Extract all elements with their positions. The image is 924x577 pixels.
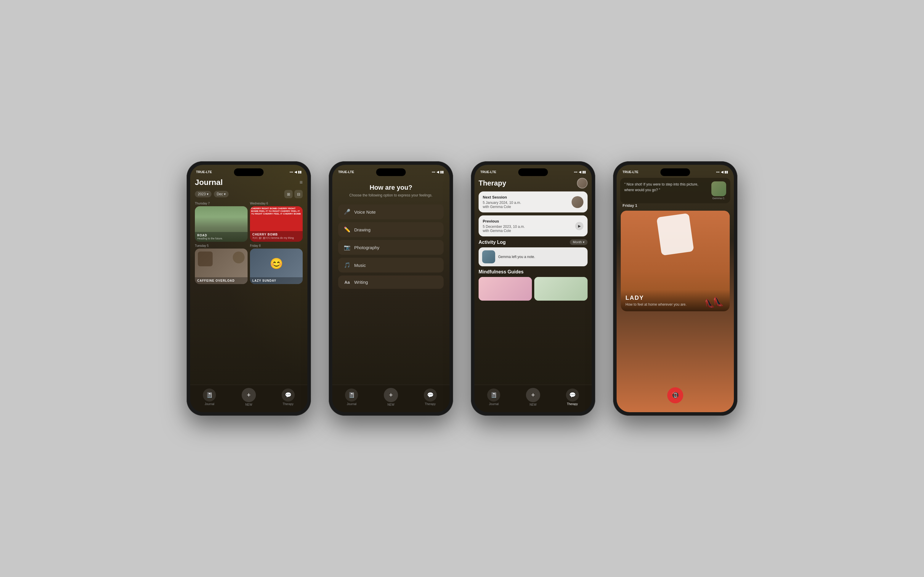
lady-image-overlay: LADY How to feel at home wherever you ar… bbox=[621, 290, 730, 311]
status-icons: ▪▪▪ ◀ ▮▮ bbox=[290, 170, 302, 174]
activity-card[interactable]: Gemma left you a note. bbox=[478, 247, 588, 266]
entry-date: Friday 1 bbox=[622, 203, 637, 208]
nav-new-3[interactable]: + NEW bbox=[526, 388, 540, 406]
battery-icon-4: ▮▮ bbox=[724, 170, 728, 174]
mindfulness-guides bbox=[478, 277, 588, 301]
road-sublabel: Heading to the future. bbox=[197, 237, 245, 240]
mindfulness-guide-2[interactable] bbox=[534, 277, 588, 301]
activity-thumbnail bbox=[482, 250, 495, 263]
journal-card-road[interactable]: ROAD Heading to the future. bbox=[195, 206, 247, 242]
month-selector[interactable]: Month ▾ bbox=[570, 239, 588, 245]
photography-label: Photography bbox=[354, 245, 380, 250]
bottom-nav: 📓 Journal + NEW 💬 Therapy bbox=[190, 385, 307, 412]
ai-quote-text: " Nice shot! If you were to step into th… bbox=[624, 182, 698, 192]
next-session-title: Next Session bbox=[483, 195, 521, 200]
nav-therapy-2[interactable]: 💬 Therapy bbox=[424, 388, 437, 406]
journal-card-cherry[interactable]: CHERRY RIGHT BOMB CHERRY RIGHT BOMB FEEL… bbox=[250, 206, 303, 242]
list-view-icon[interactable]: ⊟ bbox=[294, 190, 303, 198]
wifi-icon: ◀ bbox=[294, 170, 297, 174]
user-avatar[interactable] bbox=[577, 178, 588, 189]
how-are-you-subtitle: Choose the following option to express y… bbox=[349, 193, 433, 197]
new-icon: + bbox=[242, 388, 256, 402]
signal-icon: ▪▪▪ bbox=[290, 170, 293, 174]
nav-new-2[interactable]: + NEW bbox=[384, 388, 398, 406]
therapy-title: Therapy bbox=[478, 179, 506, 187]
therapy-icon-3: 💬 bbox=[566, 388, 579, 401]
music-label: Music bbox=[354, 263, 366, 268]
end-call-button[interactable]: 📵 bbox=[667, 387, 683, 403]
menu-icon[interactable]: ≡ bbox=[299, 179, 303, 185]
activity-note: Gemma left you a note. bbox=[498, 255, 535, 259]
journal-header: Journal ≡ bbox=[195, 178, 303, 187]
signal-icon-2: ▪▪▪ bbox=[432, 170, 435, 174]
nav-journal-2[interactable]: 📓 Journal bbox=[345, 388, 358, 406]
nav-journal[interactable]: 📓 Journal bbox=[203, 388, 216, 406]
therapy-header: Therapy bbox=[478, 178, 588, 189]
drawing-label: Drawing bbox=[354, 227, 370, 232]
status-icons-4: ▪▪▪ ◀ ▮▮ bbox=[716, 170, 728, 174]
phone-journal: TRUE-LTE ▪▪▪ ◀ ▮▮ Journal ≡ 2023 ▾ Dec bbox=[187, 161, 311, 416]
wifi-icon-2: ◀ bbox=[436, 170, 439, 174]
mindfulness-guide-1[interactable] bbox=[478, 277, 532, 301]
option-drawing[interactable]: ✏️ Drawing bbox=[338, 222, 444, 237]
nav-new[interactable]: + NEW bbox=[242, 388, 256, 406]
therapist-avatar bbox=[572, 196, 583, 208]
mindfulness-title: Mindfulness Guides bbox=[478, 269, 588, 275]
ai-quote-bar: " Nice shot! If you were to step into th… bbox=[620, 178, 730, 203]
year-filter[interactable]: 2023 ▾ bbox=[195, 191, 212, 197]
previous-date: 5 December 2023, 10 a.m. bbox=[483, 225, 525, 229]
photography-icon: 📷 bbox=[344, 244, 351, 251]
new-icon-3: + bbox=[526, 388, 540, 402]
entry-options: 🎤 Voice Note ✏️ Drawing 📷 Photography 🎵 … bbox=[338, 205, 444, 289]
previous-title: Previous bbox=[483, 219, 525, 223]
journal-filters: 2023 ▾ Dec ▾ ⊞ ⊟ bbox=[195, 190, 303, 198]
option-writing[interactable]: Aa Writing bbox=[338, 276, 444, 289]
drawing-icon: ✏️ bbox=[344, 226, 351, 233]
phone-new-entry: TRUE-LTE ▪▪▪ ◀ ▮▮ How are you? Choose th… bbox=[329, 161, 453, 416]
previous-session-card[interactable]: Previous 5 December 2023, 10 a.m. with G… bbox=[478, 215, 588, 237]
date-label-4: Friday 8 bbox=[250, 244, 303, 247]
lady-image[interactable]: 👠 👠 LADY How to feel at home wherever yo… bbox=[621, 211, 730, 311]
journal-content: Journal ≡ 2023 ▾ Dec ▾ ⊞ ⊟ bbox=[190, 178, 307, 412]
next-session-date: 5 January 2024, 10 a.m. bbox=[483, 201, 521, 205]
carrier-2: TRUE-LTE bbox=[338, 170, 354, 174]
image-view-icon[interactable]: ⊞ bbox=[284, 190, 292, 198]
phone-therapy: TRUE-LTE ▪▪▪ ◀ ▮▮ Therapy Next Session 5… bbox=[471, 161, 595, 416]
status-icons-3: ▪▪▪ ◀ ▮▮ bbox=[574, 170, 586, 174]
music-icon: 🎵 bbox=[344, 262, 351, 268]
play-button[interactable]: ▶ bbox=[575, 222, 583, 230]
date-label-2: Wednesday 6 bbox=[250, 202, 303, 205]
wifi-icon-4: ◀ bbox=[721, 170, 723, 174]
therapy-icon-2: 💬 bbox=[424, 388, 437, 401]
activity-log-header: Activity Log Month ▾ bbox=[478, 239, 588, 245]
phone-lady: TRUE-LTE ▪▪▪ ◀ ▮▮ " Nice shot! If you we… bbox=[613, 161, 737, 416]
option-voice-note[interactable]: 🎤 Voice Note bbox=[338, 205, 444, 219]
option-photography[interactable]: 📷 Photography bbox=[338, 240, 444, 255]
status-icons-2: ▪▪▪ ◀ ▮▮ bbox=[432, 170, 444, 174]
nav-journal-3[interactable]: 📓 Journal bbox=[487, 388, 500, 406]
option-music[interactable]: 🎵 Music bbox=[338, 258, 444, 272]
next-session-with: with Gemma Cole bbox=[483, 205, 521, 209]
journal-icon-2: 📓 bbox=[345, 388, 358, 401]
bottom-nav-3: 📓 Journal + NEW 💬 Therapy bbox=[475, 385, 592, 412]
nav-therapy[interactable]: 💬 Therapy bbox=[282, 388, 295, 406]
nav-therapy-3[interactable]: 💬 Therapy bbox=[566, 388, 579, 406]
next-session-card[interactable]: Next Session 5 January 2024, 10 a.m. wit… bbox=[478, 192, 588, 213]
ai-avatar bbox=[711, 181, 726, 196]
voice-note-icon: 🎤 bbox=[344, 209, 351, 215]
journal-card-caffeine[interactable]: CAFFEINE OVERLOAD bbox=[195, 248, 247, 284]
how-are-you-title: How are you? bbox=[370, 184, 412, 192]
therapy-icon: 💬 bbox=[282, 388, 295, 401]
journal-card-lazy[interactable]: 😊 LAZY SUNDAY bbox=[250, 248, 303, 284]
lady-label: LADY bbox=[625, 295, 725, 301]
month-filter[interactable]: Dec ▾ bbox=[214, 191, 229, 197]
ai-avatar-name: Gemma C. bbox=[712, 197, 725, 200]
new-entry-content: How are you? Choose the following option… bbox=[332, 178, 449, 412]
status-bar-4: TRUE-LTE ▪▪▪ ◀ ▮▮ bbox=[617, 165, 734, 178]
dynamic-island bbox=[234, 168, 263, 176]
battery-icon-2: ▮▮ bbox=[440, 170, 444, 174]
carrier-3: TRUE-LTE bbox=[480, 170, 496, 174]
cherry-label: CHERRY BOMB bbox=[252, 233, 300, 236]
date-label-1: Thursday 7 bbox=[195, 202, 247, 205]
writing-label: Writing bbox=[354, 280, 368, 285]
